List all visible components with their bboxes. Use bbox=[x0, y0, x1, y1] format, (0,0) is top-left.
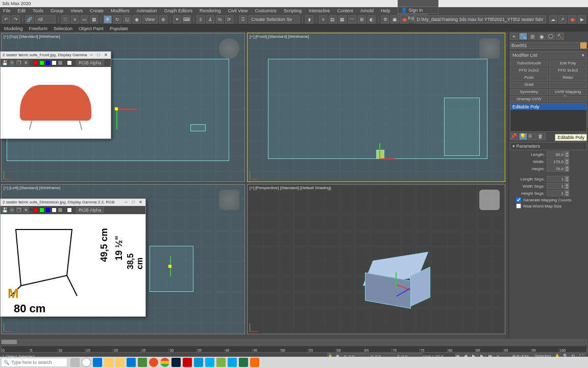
motion-tab[interactable]: ◉ bbox=[537, 33, 546, 40]
spinner-down-icon[interactable]: ▼ bbox=[565, 154, 569, 157]
taskbar-app2[interactable] bbox=[183, 358, 192, 367]
stack-item-editable-poly[interactable]: Editable Poly bbox=[510, 104, 586, 110]
mod-push[interactable]: Push bbox=[510, 75, 548, 81]
schematic-view-button[interactable]: ⊞ bbox=[358, 15, 366, 24]
remove-modifier-button[interactable]: 🗑 bbox=[537, 133, 546, 140]
sign-in-button[interactable]: 👤 Sign In bbox=[398, 7, 438, 14]
rendered-frame-button[interactable]: ▣ bbox=[390, 15, 399, 24]
render-teapot-button[interactable]: 🫖 bbox=[568, 15, 576, 24]
menu-rendering[interactable]: Rendering bbox=[200, 8, 221, 13]
viewcube-left[interactable] bbox=[219, 190, 239, 210]
menu-modifiers[interactable]: Modifiers bbox=[111, 8, 130, 13]
object-name-field[interactable] bbox=[510, 42, 579, 49]
time-slider-handle[interactable] bbox=[2, 340, 17, 344]
iv-copy-icon[interactable]: ⎘ bbox=[9, 60, 15, 66]
minimize-icon[interactable]: ─ bbox=[88, 52, 94, 59]
iv-mono-channel[interactable] bbox=[58, 208, 63, 213]
taskbar-app3[interactable] bbox=[216, 358, 226, 367]
share-view-button[interactable]: ↗ bbox=[558, 15, 567, 24]
taskbar-photoshop[interactable] bbox=[172, 358, 181, 367]
viewport-left-label[interactable]: [+][Left][Standard][Wireframe] bbox=[4, 186, 61, 190]
real-world-map-checkbox[interactable] bbox=[516, 203, 521, 209]
open-autodesk-button[interactable]: ☁ bbox=[549, 15, 557, 24]
time-ruler[interactable]: 0510152025303540455055606570758085909510… bbox=[1, 346, 587, 353]
viewport-front-label[interactable]: [+][Front][Standard][Wireframe] bbox=[250, 34, 310, 39]
mirror-button[interactable]: ◗ bbox=[305, 15, 313, 24]
taskbar-app5[interactable] bbox=[250, 358, 259, 367]
edit-named-selection-button[interactable]: ☰ bbox=[239, 15, 247, 24]
taskbar-opera[interactable] bbox=[149, 358, 158, 367]
menu-tools[interactable]: Tools bbox=[33, 8, 43, 13]
spinner-down-icon[interactable]: ▼ bbox=[565, 193, 569, 196]
display-tab[interactable]: 🖵 bbox=[547, 33, 555, 40]
menu-edit[interactable]: Edit bbox=[18, 8, 26, 13]
task-view-button[interactable] bbox=[70, 358, 80, 367]
undo-button[interactable]: ↶ bbox=[2, 15, 10, 24]
toggle-ribbon-button[interactable]: ▦ bbox=[338, 15, 347, 24]
rollout-parameters[interactable]: ▾ Parameters bbox=[510, 142, 587, 150]
link-button[interactable]: 🔗 bbox=[26, 15, 34, 24]
named-selection-dropdown[interactable]: Create Selection Se bbox=[249, 15, 300, 24]
taskbar-3dsmax[interactable] bbox=[194, 358, 203, 367]
iv-green-channel[interactable] bbox=[39, 208, 44, 213]
use-pivot-button[interactable]: ⊕ bbox=[159, 15, 167, 24]
hierarchy-tab[interactable]: ⊞ bbox=[528, 33, 536, 40]
viewport-front[interactable]: [+][Front][Standard][Wireframe] bbox=[247, 33, 505, 182]
taskbar-cortana[interactable] bbox=[82, 358, 91, 367]
ribbon-selection[interactable]: Selection bbox=[54, 26, 72, 31]
close-icon[interactable]: ✕ bbox=[103, 52, 109, 59]
lsegs-field[interactable] bbox=[547, 176, 565, 182]
viewcube-persp[interactable] bbox=[479, 190, 500, 210]
mod-shell[interactable]: Shell bbox=[510, 82, 548, 88]
image-viewer-2-titlebar[interactable]: 2 seater fabric sofa_Dimension.jpg, Disp… bbox=[1, 199, 145, 206]
percent-snap-button[interactable]: % bbox=[216, 15, 224, 24]
curve-editor-button[interactable]: 〰 bbox=[348, 15, 356, 24]
width-field[interactable] bbox=[547, 158, 565, 165]
ribbon-freeform[interactable]: Freeform bbox=[29, 26, 48, 31]
material-editor-button[interactable]: ◐ bbox=[368, 15, 376, 24]
iv-blue-channel[interactable] bbox=[45, 208, 51, 213]
select-object-button[interactable]: □ bbox=[61, 15, 69, 24]
iv-alpha-channel[interactable] bbox=[52, 60, 57, 65]
viewport-persp-label[interactable]: [+][Perspective][Standard][Default Shadi… bbox=[250, 186, 332, 190]
time-slider[interactable] bbox=[1, 339, 587, 344]
menu-arnold[interactable]: Arnold bbox=[360, 8, 374, 13]
viewport-perspective[interactable]: [+][Perspective][Standard][Default Shadi… bbox=[247, 184, 505, 334]
menu-scripting[interactable]: Scripting bbox=[284, 8, 302, 13]
ribbon-modeling[interactable]: Modeling bbox=[4, 26, 23, 31]
hsegs-field[interactable] bbox=[547, 190, 565, 196]
search-field[interactable] bbox=[398, 0, 438, 7]
iv-swatch-white[interactable] bbox=[67, 60, 72, 65]
modify-tab[interactable]: 🔧 bbox=[519, 33, 527, 40]
spinner-down-icon[interactable]: ▼ bbox=[565, 186, 569, 189]
iv-green-channel[interactable] bbox=[39, 60, 44, 65]
mod-edit-poly[interactable]: Edit Poly bbox=[549, 60, 587, 66]
ref-coord-dropdown[interactable]: View bbox=[142, 15, 158, 24]
iv-save-icon[interactable]: 💾 bbox=[2, 60, 8, 66]
maximize-icon[interactable]: □ bbox=[130, 199, 136, 206]
select-rotate-button[interactable]: ↻ bbox=[113, 15, 121, 24]
gen-mapping-coords-checkbox[interactable] bbox=[516, 197, 521, 202]
mod-unwrap-uvw[interactable]: Unwrap UVW bbox=[510, 96, 548, 102]
spinner-down-icon[interactable]: ▼ bbox=[565, 169, 569, 172]
taskbar-folder[interactable] bbox=[115, 358, 125, 367]
select-manipulate-button[interactable]: ✦ bbox=[173, 15, 181, 24]
iv-channel-dropdown[interactable]: RGB Alpha bbox=[76, 60, 104, 66]
menu-help[interactable]: Help bbox=[381, 8, 390, 13]
menu-create[interactable]: Create bbox=[90, 8, 104, 13]
iv-alpha-channel[interactable] bbox=[52, 208, 57, 213]
select-region-button[interactable]: ▭ bbox=[81, 15, 89, 24]
render-setup-button[interactable]: ⚙ bbox=[381, 15, 389, 24]
height-field[interactable] bbox=[547, 166, 565, 172]
image-viewer-sofa-front[interactable]: 2 seater fabric sofa_Front.jpg, Display … bbox=[0, 51, 111, 139]
taskbar-app1[interactable] bbox=[138, 358, 147, 367]
mod-ffd-3x3x3[interactable]: FFD 3x3x3 bbox=[549, 67, 587, 74]
render-production-button[interactable]: ▶ bbox=[578, 15, 586, 24]
spinner-snap-button[interactable]: ⟳ bbox=[225, 15, 233, 24]
iv-save-icon[interactable]: 💾 bbox=[2, 207, 8, 213]
create-tab[interactable]: + bbox=[510, 33, 518, 40]
spinner-down-icon[interactable]: ▼ bbox=[565, 162, 569, 165]
object-color-swatch[interactable] bbox=[580, 42, 587, 49]
iv-clear-icon[interactable]: ✕ bbox=[23, 60, 29, 66]
viewport-top-label[interactable]: [+][Top][Standard][Wireframe] bbox=[4, 34, 61, 39]
